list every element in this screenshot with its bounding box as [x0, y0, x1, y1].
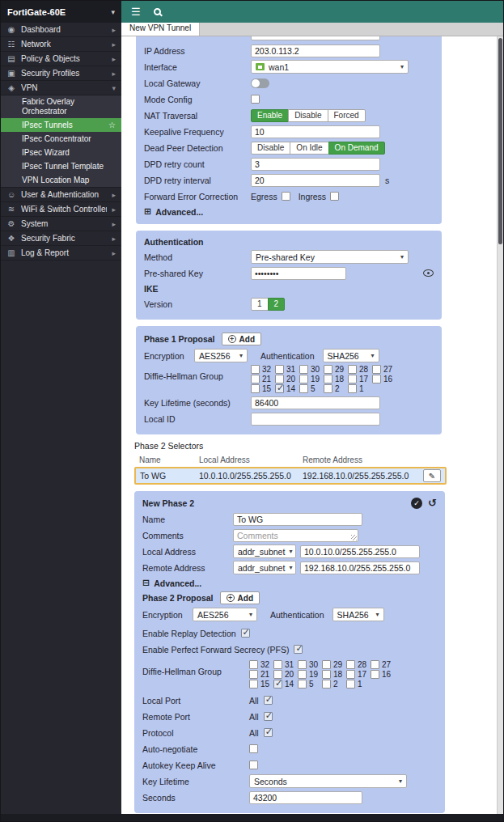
revert-phase2-button[interactable]: ↺ [428, 498, 437, 509]
dh-checkbox[interactable] [275, 384, 284, 393]
local-gateway-toggle[interactable] [251, 78, 269, 88]
dh-checkbox[interactable] [249, 680, 258, 689]
dh-checkbox[interactable] [346, 670, 355, 679]
tab-new-vpn-tunnel[interactable]: New VPN Tunnel [121, 23, 200, 36]
dh-checkbox[interactable] [346, 680, 355, 689]
phase2-local-address-type-select[interactable]: addr_subnet ▾ [233, 544, 296, 558]
dh-checkbox[interactable] [348, 384, 357, 393]
auto-negotiate-checkbox[interactable] [249, 744, 258, 753]
sidebar-item-ipsec-concentrator[interactable]: IPsec Concentrator [1, 132, 121, 146]
dh-checkbox[interactable] [299, 384, 308, 393]
sidebar-item-fabric-overlay-orchestrator[interactable]: Fabric Overlay Orchestrator [1, 95, 121, 118]
phase2-key-lifetime-select[interactable]: Seconds ▾ [249, 774, 407, 788]
nat-enable-button[interactable]: Enable [251, 109, 289, 122]
dh-checkbox[interactable] [249, 670, 258, 679]
edit-phase2-button[interactable]: ✎ [423, 469, 441, 482]
sidebar-item-ipsec-wizard[interactable]: IPsec Wizard [1, 146, 121, 159]
sidebar-item-wifi-switch-controller[interactable]: ≋ WiFi & Switch Controller ▸ [1, 202, 121, 217]
local-port-all-checkbox[interactable] [264, 696, 273, 705]
sidebar-item-vpn-location-map[interactable]: VPN Location Map [1, 173, 121, 187]
sidebar-item-system[interactable]: ⚙ System ▸ [1, 217, 121, 231]
dh-checkbox[interactable] [324, 365, 332, 374]
search-icon[interactable] [154, 8, 161, 15]
local-id-input[interactable] [251, 413, 380, 426]
fec-egress-checkbox[interactable] [282, 192, 290, 201]
dpd-disable-button[interactable]: Disable [251, 142, 290, 155]
key-lifetime-input[interactable] [251, 396, 380, 409]
dh-checkbox[interactable] [346, 660, 355, 669]
sidebar-item-vpn[interactable]: ◈ VPN ▾ [1, 81, 121, 95]
preshared-key-input[interactable] [251, 267, 346, 280]
autokey-keep-alive-checkbox[interactable] [249, 761, 258, 769]
dpd-retry-interval-input[interactable] [251, 174, 380, 187]
sidebar-item-security-profiles[interactable]: ▣ Security Profiles ▸ [1, 66, 121, 81]
keepalive-input[interactable] [251, 125, 380, 138]
fec-ingress-checkbox[interactable] [330, 192, 339, 201]
form-scroll-area[interactable]: IP Address Interface wan1 ▾ Local Gatewa… [121, 36, 497, 814]
dh-checkbox[interactable] [298, 680, 307, 689]
device-selector[interactable]: FortiGate-60E ▾ [1, 1, 121, 23]
dpd-on-idle-button[interactable]: On Idle [290, 142, 328, 155]
phase2-name-input[interactable] [233, 513, 362, 526]
dpd-retry-count-input[interactable] [251, 158, 380, 171]
sidebar-item-ipsec-tunnels[interactable]: IPsec Tunnels ☆ [1, 118, 121, 132]
phase2-advanced-toggle[interactable]: ⊟ Advanced... [142, 578, 437, 588]
replay-detection-checkbox[interactable] [241, 629, 250, 638]
dh-checkbox[interactable] [348, 365, 357, 374]
dh-checkbox[interactable] [299, 365, 308, 374]
dh-checkbox[interactable] [275, 365, 284, 374]
dh-checkbox[interactable] [322, 660, 331, 669]
phase2-selector-row[interactable]: To WG 10.0.10.0/255.255.255.0 192.168.10… [134, 467, 447, 485]
mode-config-checkbox[interactable] [251, 95, 260, 104]
phase2-comments-input[interactable] [233, 529, 358, 542]
menu-toggle-icon[interactable]: ☰ [131, 6, 141, 18]
dh-checkbox[interactable] [273, 660, 282, 669]
sidebar-item-network[interactable]: ☷ Network ▸ [1, 37, 121, 52]
dh-checkbox[interactable] [249, 660, 258, 669]
phase2-seconds-input[interactable] [249, 791, 362, 804]
star-icon[interactable]: ☆ [108, 121, 116, 130]
phase2-add-button[interactable]: + Add [220, 591, 260, 604]
eye-icon[interactable] [423, 269, 434, 277]
phase2-remote-address-type-select[interactable]: addr_subnet ▾ [233, 561, 296, 574]
dh-checkbox[interactable] [251, 365, 260, 374]
sidebar-item-policy-objects[interactable]: ▤ Policy & Objects ▸ [1, 52, 121, 66]
version-2-button[interactable]: 2 [268, 298, 286, 311]
dh-checkbox[interactable] [371, 670, 379, 679]
nat-forced-button[interactable]: Forced [328, 109, 366, 122]
sidebar-item-log-report[interactable]: ▥ Log & Report ▸ [1, 246, 121, 261]
dh-checkbox[interactable] [251, 384, 260, 393]
vertical-scrollbar[interactable] [497, 36, 503, 814]
pfs-checkbox[interactable] [294, 645, 303, 654]
dh-checkbox[interactable] [298, 660, 307, 669]
dpd-on-demand-button[interactable]: On Demand [328, 142, 385, 155]
nat-disable-button[interactable]: Disable [288, 109, 328, 122]
dh-checkbox[interactable] [322, 670, 331, 679]
dh-checkbox[interactable] [251, 375, 260, 383]
phase1-encryption-select[interactable]: AES256 ▾ [194, 349, 248, 362]
phase1-add-button[interactable]: + Add [222, 333, 261, 345]
dh-checkbox[interactable] [273, 680, 282, 689]
phase2-encryption-select[interactable]: AES256 ▾ [193, 608, 257, 621]
dh-checkbox[interactable] [372, 375, 381, 383]
method-select[interactable]: Pre-shared Key ▾ [251, 250, 409, 264]
resize-handle[interactable] [351, 535, 357, 540]
clipped-input[interactable] [251, 36, 380, 40]
protocol-all-checkbox[interactable] [264, 728, 273, 737]
interface-select[interactable]: wan1 ▾ [251, 60, 409, 74]
sidebar-item-user-authentication[interactable]: ☺ User & Authentication ▸ [1, 188, 121, 202]
phase1-authentication-select[interactable]: SHA256 ▾ [323, 349, 379, 362]
sidebar-item-ipsec-tunnel-template[interactable]: IPsec Tunnel Template [1, 159, 121, 173]
sidebar-item-dashboard[interactable]: ◉ Dashboard ▸ [1, 23, 121, 37]
dh-checkbox[interactable] [298, 670, 307, 679]
apply-phase2-button[interactable]: ✓ [411, 498, 422, 509]
scrollbar-thumb[interactable] [498, 38, 502, 244]
network-advanced-toggle[interactable]: ⊞ Advanced... [144, 206, 434, 217]
remote-port-all-checkbox[interactable] [264, 712, 273, 721]
sidebar-item-security-fabric[interactable]: ❖ Security Fabric ▸ [1, 231, 121, 246]
ip-address-input[interactable] [251, 44, 380, 57]
phase2-local-address-input[interactable] [300, 545, 420, 558]
phase2-remote-address-input[interactable] [300, 561, 420, 574]
dh-checkbox[interactable] [324, 375, 332, 383]
dh-checkbox[interactable] [348, 375, 357, 383]
